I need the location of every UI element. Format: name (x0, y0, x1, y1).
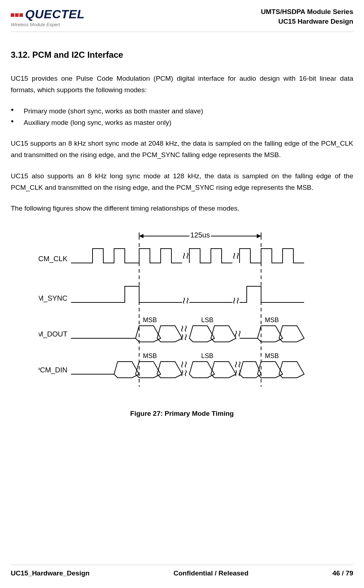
page-header: QUECTEL Wireless Module Expert UMTS/HSDP… (11, 7, 353, 32)
signal-label-sync: PCM_SYNC (39, 294, 67, 302)
list-item: Auxiliary mode (long sync, works as mast… (11, 117, 353, 128)
page-footer: UC15_Hardware_Design Confidential / Rele… (11, 565, 353, 577)
main-content: 3.12. PCM and I2C Interface UC15 provide… (11, 32, 353, 418)
dout-msb-label: MSB (143, 316, 157, 324)
footer-left: UC15_Hardware_Design (11, 569, 90, 577)
dout-msb2-label: MSB (265, 316, 279, 324)
paragraph-figures: The following figures show the different… (11, 203, 353, 214)
dout-lsb-label: LSB (201, 316, 213, 324)
paragraph-short-sync: UC15 supports an 8 kHz short sync mode a… (11, 138, 353, 161)
logo-text: QUECTEL (25, 7, 85, 21)
timing-diagram: 125us PCM_CLK PCM_SYNC PCM_DOUT MSB LSB (39, 229, 326, 395)
logo-squares-icon (11, 13, 23, 17)
figure-caption: Figure 27: Primary Mode Timing (11, 410, 353, 418)
logo-block: QUECTEL Wireless Module Expert (11, 7, 85, 27)
period-marker: 125us (139, 231, 261, 240)
footer-right: 46 / 79 (332, 569, 353, 577)
din-msb2-label: MSB (265, 352, 279, 359)
header-right: UMTS/HSDPA Module Series UC15 Hardware D… (261, 7, 353, 26)
list-item: Primary mode (short sync, works as both … (11, 105, 353, 117)
header-line-2: UC15 Hardware Design (261, 17, 353, 27)
din-lsb-label: LSB (201, 352, 213, 359)
mode-list: Primary mode (short sync, works as both … (11, 105, 353, 129)
logo-tagline: Wireless Module Expert (11, 22, 85, 27)
section-heading: 3.12. PCM and I2C Interface (11, 50, 353, 60)
header-line-1: UMTS/HSDPA Module Series (261, 7, 353, 17)
period-label: 125us (190, 231, 210, 239)
signal-label-dout: PCM_DOUT (39, 330, 67, 338)
paragraph-long-sync: UC15 also supports an 8 kHz long sync mo… (11, 170, 353, 194)
din-msb-label: MSB (143, 352, 157, 359)
signal-label-din: PCM_DIN (39, 366, 67, 374)
logo-main: QUECTEL (11, 7, 85, 21)
timing-diagram-svg: 125us PCM_CLK PCM_SYNC PCM_DOUT MSB LSB (39, 229, 326, 394)
svg-marker-3 (139, 234, 143, 238)
timing-diagram-container: 125us PCM_CLK PCM_SYNC PCM_DOUT MSB LSB (11, 229, 353, 418)
signal-label-clk: PCM_CLK (39, 255, 68, 263)
svg-marker-4 (257, 234, 261, 238)
footer-center: Confidential / Released (174, 569, 249, 577)
intro-paragraph: UC15 provides one Pulse Code Modulation … (11, 73, 353, 96)
